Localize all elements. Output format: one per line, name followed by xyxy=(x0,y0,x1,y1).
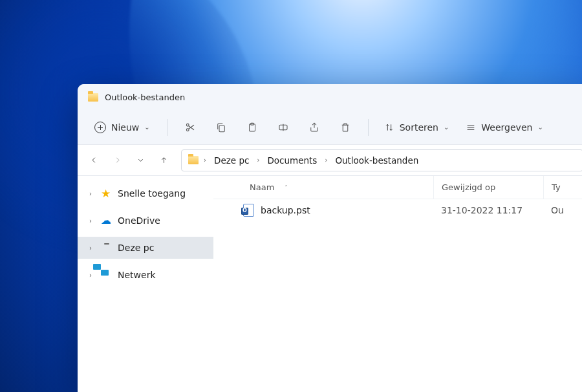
arrow-up-icon xyxy=(159,155,169,165)
column-label: Ty xyxy=(552,182,561,192)
sidebar: › ★ Snelle toegang › ☁ OneDrive › Deze p… xyxy=(78,176,213,392)
chevron-right-icon: › xyxy=(89,190,96,197)
chevron-down-icon xyxy=(136,155,146,165)
explorer-window: Outlook-bestanden Nieuw ⌄ S xyxy=(78,84,582,392)
column-label: Naam xyxy=(250,182,274,192)
cloud-icon: ☁ xyxy=(101,215,113,226)
arrow-left-icon xyxy=(89,155,99,165)
divider xyxy=(368,119,369,136)
file-name: backup.pst xyxy=(261,205,310,215)
scissors-icon xyxy=(184,122,196,133)
window-title: Outlook-bestanden xyxy=(105,93,185,102)
column-header-type[interactable]: Ty xyxy=(543,176,582,199)
share-button[interactable] xyxy=(301,116,328,139)
view-label: Weergeven xyxy=(481,122,532,133)
sidebar-item-label: Snelle toegang xyxy=(118,188,186,199)
address-bar: › Deze pc › Documents › Outlook-bestande… xyxy=(78,145,582,176)
svg-point-1 xyxy=(186,124,189,126)
breadcrumb-documents[interactable]: Documents xyxy=(264,154,319,167)
sidebar-item-label: Deze pc xyxy=(118,243,154,253)
trash-icon xyxy=(339,122,351,133)
column-header-modified[interactable]: Gewijzigd op xyxy=(433,176,543,199)
breadcrumb-root[interactable]: Deze pc xyxy=(211,154,252,167)
new-button-label: Nieuw xyxy=(111,122,139,133)
file-row[interactable]: backup.pst 31-10-2022 11:17 Ou xyxy=(213,199,582,221)
rename-button[interactable] xyxy=(270,116,297,139)
chevron-right-icon: › xyxy=(89,245,96,252)
copy-button[interactable] xyxy=(208,116,235,139)
svg-rect-6 xyxy=(343,125,348,131)
chevron-right-icon: › xyxy=(89,217,96,224)
sort-label: Sorteren xyxy=(400,122,438,133)
svg-point-0 xyxy=(186,128,189,131)
sidebar-item-quick-access[interactable]: › ★ Snelle toegang xyxy=(78,182,213,204)
up-button[interactable] xyxy=(153,149,175,171)
titlebar[interactable]: Outlook-bestanden xyxy=(78,84,582,110)
sidebar-item-network[interactable]: › Netwerk xyxy=(78,264,213,286)
sidebar-item-this-pc[interactable]: › Deze pc xyxy=(78,237,213,259)
svg-rect-2 xyxy=(219,125,224,132)
column-label: Gewijzigd op xyxy=(442,182,495,192)
sidebar-item-label: OneDrive xyxy=(118,215,160,226)
breadcrumb-separator: › xyxy=(323,157,329,164)
forward-button[interactable] xyxy=(106,149,128,171)
copy-icon xyxy=(215,122,227,133)
rename-icon xyxy=(277,122,289,133)
outlook-file-icon xyxy=(243,204,254,217)
file-type: Ou xyxy=(543,205,582,215)
view-dropdown[interactable]: Weergeven ⌄ xyxy=(459,116,549,139)
recent-dropdown[interactable] xyxy=(129,149,151,171)
sidebar-item-label: Netwerk xyxy=(118,270,156,280)
share-icon xyxy=(308,122,320,133)
breadcrumb-separator: › xyxy=(202,157,208,164)
toolbar: Nieuw ⌄ Sorteren ⌄ Weerge xyxy=(78,110,582,145)
breadcrumb-separator: › xyxy=(255,157,261,164)
chevron-down-icon: ⌄ xyxy=(537,124,543,131)
folder-icon xyxy=(88,93,98,102)
column-header-name[interactable]: Naam ˄ xyxy=(213,176,433,199)
clipboard-icon xyxy=(246,122,258,133)
paste-button[interactable] xyxy=(239,116,266,139)
file-modified: 31-10-2022 11:17 xyxy=(433,205,543,215)
star-icon: ★ xyxy=(101,188,113,199)
back-button[interactable] xyxy=(83,149,105,171)
sidebar-item-onedrive[interactable]: › ☁ OneDrive xyxy=(78,210,213,232)
view-icon xyxy=(466,122,476,133)
chevron-down-icon: ⌄ xyxy=(144,124,149,131)
explorer-body: › ★ Snelle toegang › ☁ OneDrive › Deze p… xyxy=(78,176,582,392)
sort-icon xyxy=(384,122,394,133)
plus-circle-icon xyxy=(94,122,106,133)
chevron-right-icon: › xyxy=(89,272,96,279)
chevron-down-icon: ⌄ xyxy=(444,124,449,131)
delete-button[interactable] xyxy=(332,116,359,139)
new-button[interactable]: Nieuw ⌄ xyxy=(87,116,158,139)
sort-indicator-icon: ˄ xyxy=(285,184,288,191)
address-box[interactable]: › Deze pc › Documents › Outlook-bestande… xyxy=(181,149,582,171)
sort-dropdown[interactable]: Sorteren ⌄ xyxy=(378,116,456,139)
breadcrumb-current[interactable]: Outlook-bestanden xyxy=(332,154,421,167)
arrow-right-icon xyxy=(113,155,122,165)
file-list: Naam ˄ Gewijzigd op Ty backup.pst 31-10-… xyxy=(213,176,582,392)
folder-icon xyxy=(188,156,199,164)
divider xyxy=(167,119,167,136)
column-headers: Naam ˄ Gewijzigd op Ty xyxy=(213,176,582,199)
cut-button[interactable] xyxy=(177,116,204,139)
